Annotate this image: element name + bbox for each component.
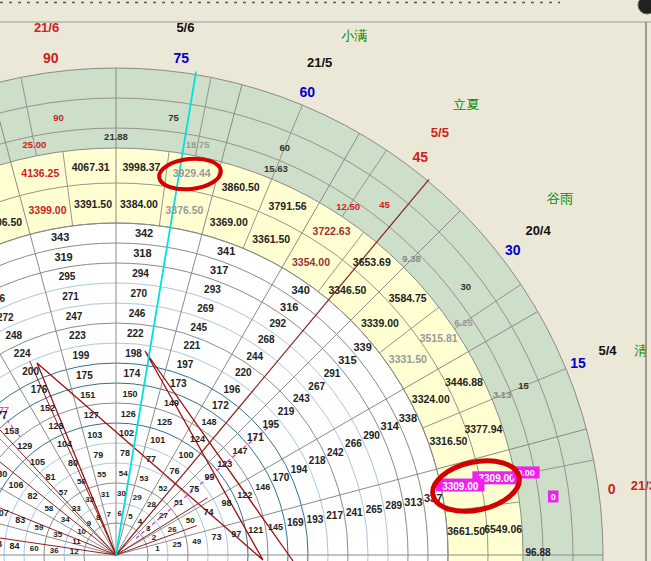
svg-text:172: 172	[212, 400, 229, 411]
svg-text:193: 193	[307, 514, 324, 525]
svg-text:292: 292	[269, 318, 286, 329]
svg-text:51: 51	[174, 498, 183, 507]
svg-text:4067.31: 4067.31	[72, 161, 110, 173]
svg-text:98: 98	[222, 498, 232, 508]
svg-text:339: 339	[353, 341, 371, 353]
svg-text:12.50: 12.50	[336, 201, 360, 212]
svg-text:27: 27	[159, 511, 168, 520]
svg-text:3661.50: 3661.50	[447, 525, 485, 537]
svg-text:29: 29	[133, 493, 142, 502]
svg-text:173: 173	[170, 378, 187, 389]
svg-text:15: 15	[570, 355, 586, 371]
svg-text:316: 316	[280, 301, 298, 313]
svg-text:195: 195	[262, 419, 279, 430]
svg-text:217: 217	[326, 510, 343, 521]
svg-text:296: 296	[0, 293, 6, 304]
svg-text:立夏: 立夏	[453, 97, 479, 112]
svg-text:60: 60	[279, 142, 290, 153]
svg-text:197: 197	[177, 359, 194, 370]
svg-text:1: 1	[155, 544, 160, 553]
svg-text:243: 243	[293, 393, 310, 404]
svg-text:147: 147	[233, 446, 248, 456]
svg-text:3.13: 3.13	[493, 389, 512, 400]
svg-text:3309.00: 3309.00	[442, 481, 479, 492]
svg-text:148: 148	[201, 417, 216, 427]
svg-text:75: 75	[189, 484, 199, 494]
svg-text:102: 102	[119, 428, 134, 438]
svg-text:76: 76	[169, 466, 179, 476]
svg-text:45: 45	[379, 199, 390, 210]
svg-text:169: 169	[287, 517, 304, 528]
svg-text:3: 3	[146, 524, 151, 533]
svg-text:52: 52	[159, 484, 168, 493]
svg-text:36: 36	[50, 546, 59, 555]
svg-text:126: 126	[121, 409, 136, 419]
svg-text:12: 12	[70, 547, 79, 556]
svg-text:15.63: 15.63	[264, 163, 288, 174]
svg-text:103: 103	[87, 430, 102, 440]
svg-text:33: 33	[72, 504, 81, 513]
svg-text:28: 28	[147, 500, 156, 509]
svg-text:177: 177	[0, 410, 8, 421]
svg-text:291: 291	[324, 368, 341, 379]
svg-text:200: 200	[22, 366, 39, 377]
svg-text:130: 130	[0, 469, 7, 479]
svg-text:56: 56	[77, 477, 86, 486]
svg-text:3446.88: 3446.88	[445, 376, 483, 388]
svg-text:153: 153	[4, 426, 19, 436]
svg-text:176: 176	[31, 384, 48, 395]
svg-text:5/5: 5/5	[431, 125, 449, 140]
svg-text:49: 49	[192, 537, 201, 546]
svg-text:53: 53	[140, 474, 149, 483]
svg-text:125: 125	[157, 417, 172, 427]
svg-text:79: 79	[93, 450, 103, 460]
svg-text:21/3: 21/3	[631, 478, 651, 493]
svg-text:342: 342	[135, 227, 153, 239]
svg-text:4: 4	[138, 517, 143, 526]
svg-text:121: 121	[248, 525, 263, 535]
svg-text:10: 10	[77, 527, 86, 536]
svg-text:106: 106	[9, 480, 24, 490]
svg-text:218: 218	[309, 455, 326, 466]
svg-text:5: 5	[128, 512, 133, 521]
svg-text:223: 223	[69, 330, 86, 341]
svg-text:3339.00: 3339.00	[361, 317, 399, 329]
svg-text:50: 50	[186, 516, 195, 525]
svg-text:3584.75: 3584.75	[389, 292, 427, 304]
svg-text:81: 81	[45, 472, 55, 482]
svg-text:246: 246	[129, 308, 146, 319]
svg-text:146: 146	[255, 482, 270, 492]
svg-text:219: 219	[278, 406, 295, 417]
svg-text:317: 317	[210, 264, 228, 276]
svg-text:77: 77	[146, 454, 156, 464]
svg-text:3998.37: 3998.37	[122, 161, 160, 173]
svg-text:30: 30	[505, 242, 521, 258]
svg-text:4136.25: 4136.25	[21, 167, 59, 179]
svg-text:97: 97	[231, 529, 241, 539]
svg-text:338: 338	[399, 412, 417, 424]
svg-text:265: 265	[366, 504, 383, 515]
svg-text:78: 78	[120, 448, 130, 458]
svg-text:96.88: 96.88	[525, 547, 550, 558]
svg-text:343: 343	[51, 231, 69, 243]
svg-text:123: 123	[217, 459, 232, 469]
svg-text:74: 74	[203, 507, 213, 517]
svg-text:313: 313	[404, 496, 422, 508]
svg-text:99: 99	[204, 472, 214, 482]
svg-text:2: 2	[152, 533, 157, 542]
svg-text:128: 128	[48, 421, 63, 431]
svg-text:8: 8	[96, 513, 101, 522]
svg-text:3376.50: 3376.50	[165, 204, 203, 216]
svg-text:32: 32	[85, 495, 94, 504]
svg-text:11: 11	[72, 537, 81, 546]
svg-text:6: 6	[117, 509, 122, 518]
svg-text:222: 222	[127, 328, 144, 339]
svg-text:196: 196	[224, 384, 241, 395]
svg-text:谷雨: 谷雨	[547, 191, 573, 206]
svg-text:30: 30	[461, 281, 472, 292]
svg-text:18.75: 18.75	[186, 139, 210, 150]
svg-text:45: 45	[413, 149, 429, 165]
svg-text:124: 124	[190, 434, 205, 444]
svg-text:3391.50: 3391.50	[74, 198, 112, 210]
svg-text:319: 319	[54, 251, 72, 263]
